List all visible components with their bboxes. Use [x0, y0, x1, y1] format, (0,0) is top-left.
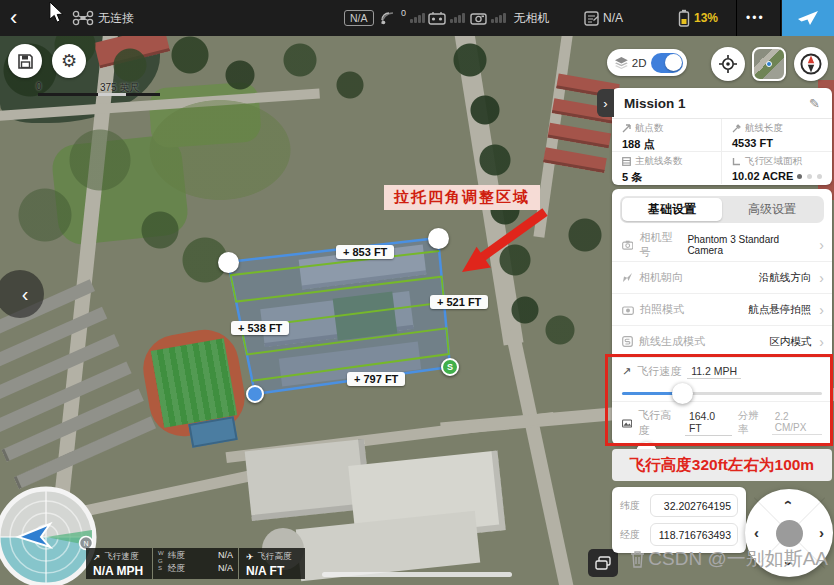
annotation-hint-label: 拉托四角调整区域 [384, 185, 540, 210]
tab-advanced-settings[interactable]: 高级设置 [722, 198, 822, 221]
panel-collapse-tab[interactable]: › [597, 89, 614, 117]
polygon-handle-topleft[interactable] [218, 252, 239, 273]
mission-title: Mission 1 [624, 96, 686, 111]
grid-lines-icon [622, 157, 631, 166]
polygon-handle-bottomleft[interactable] [246, 385, 264, 403]
longitude-row: 经度 118.716763493 [612, 520, 746, 549]
waypoint-icon [622, 124, 631, 133]
annotation-red-rectangle [605, 354, 833, 446]
setting-camera-model[interactable]: 相机型号 Phantom 3 Standard Camera › [612, 229, 832, 261]
stat-area: 飞行区域面积 10.02 ACRE [722, 152, 832, 184]
watermark: CSDN @一别如斯AA [630, 546, 828, 572]
camera-status-icon [470, 12, 487, 25]
battery-percent: 13% [694, 11, 718, 25]
edge-length-left: + 538 FT [231, 321, 289, 335]
drone-icon [72, 10, 94, 26]
edge-length-top: + 853 FT [336, 245, 394, 259]
altitude-telemetry-icon: ✈ [246, 552, 254, 562]
polygon-handle-topright[interactable] [428, 228, 449, 249]
polygon-start-marker[interactable]: S [441, 358, 459, 376]
latitude-input[interactable]: 32.202764195 [650, 494, 738, 517]
area-ruler-icon [732, 157, 741, 166]
remote-controller-icon [428, 11, 446, 25]
home-indicator [322, 572, 512, 577]
annotation-arrow [481, 212, 545, 258]
edge-length-bottom: + 797 FT [347, 372, 405, 386]
toggle-knob [665, 54, 682, 71]
start-marker-letter: S [447, 362, 453, 372]
back-button[interactable]: ‹ [10, 0, 17, 36]
battery-status: 13% [678, 0, 718, 36]
gps-status: 0 [380, 0, 425, 36]
scale-bar [98, 93, 126, 96]
layers-stack-icon [595, 556, 611, 570]
edit-mission-icon[interactable]: ✎ [809, 96, 820, 111]
tab-basic-settings[interactable]: 基础设置 [622, 198, 722, 221]
app-screen: S + 853 FT + 521 FT + 538 FT + 797 FT 拉托… [0, 0, 834, 585]
stat-route-length: 航线长度 4533 FT [722, 119, 832, 152]
checklist-icon [584, 10, 599, 26]
compass-icon [798, 51, 824, 77]
more-menu-button[interactable]: ••• [746, 0, 765, 36]
latitude-row: 纬度 32.202764195 [612, 491, 746, 520]
datum-label: WGS [158, 550, 164, 577]
layers-icon [615, 57, 628, 69]
checklist-value: N/A [603, 11, 623, 25]
telemetry-altitude: ✈飞行高度 N/A FT [239, 548, 305, 579]
gear-icon: ⚙ [61, 50, 77, 72]
heading-icon [622, 272, 633, 283]
settings-button[interactable]: ⚙ [52, 44, 86, 78]
latitude-label: 纬度 [620, 499, 644, 513]
longitude-input[interactable]: 118.716763493 [650, 523, 738, 546]
trash-icon [630, 550, 645, 568]
camera-status-label: 无相机 [514, 10, 550, 27]
dpad-left-button[interactable]: ‹ [754, 524, 759, 541]
dpad-center-button[interactable] [776, 520, 803, 547]
camera-icon [622, 240, 633, 250]
crosshair-icon [719, 55, 737, 73]
camera-signal-bars [491, 13, 506, 23]
takeoff-plane-icon [797, 9, 819, 27]
chevron-right-icon: › [603, 96, 607, 111]
pagination-dots[interactable] [797, 174, 822, 179]
satellite-icon [380, 11, 397, 26]
rc-signal-bars [450, 13, 465, 23]
locate-me-button[interactable] [711, 47, 745, 81]
map-mode-pill: 2D [607, 49, 687, 76]
setting-route-mode[interactable]: 航线生成模式 区内模式 › [612, 325, 832, 357]
photo-mode-icon [622, 305, 634, 315]
compass-north-letter: N [83, 540, 88, 547]
dpad-right-button[interactable]: › [819, 524, 824, 541]
checklist-status[interactable]: N/A [584, 0, 623, 36]
attitude-compass: N [0, 483, 100, 585]
view-toggle-switch[interactable] [651, 53, 684, 73]
chevron-right-icon: › [819, 303, 824, 317]
settings-tabs: 基础设置 高级设置 [620, 196, 824, 223]
takeoff-button[interactable] [782, 0, 834, 36]
edge-length-right: + 521 FT [430, 295, 488, 309]
stat-waypoints: 航点数 188 点 [612, 119, 722, 152]
save-icon [17, 53, 34, 70]
scale-start-label: 0 [36, 81, 42, 92]
minimap-button[interactable] [752, 47, 786, 81]
annotation-note: 飞行高度320ft左右为100m [612, 449, 832, 481]
camera-status: 无相机 [470, 0, 550, 36]
route-mode-icon [622, 336, 633, 347]
battery-icon [678, 9, 690, 27]
gps-count: 0 [401, 8, 406, 18]
compass-reset-button[interactable] [794, 47, 828, 81]
screenshot-thumbnail-button[interactable] [588, 549, 618, 577]
save-mission-button[interactable] [8, 44, 42, 78]
dpad-up-button[interactable]: ‹ [781, 500, 798, 505]
longitude-label: 经度 [620, 528, 644, 542]
telemetry-speed: ↗飞行速度 N/A MPH [86, 548, 152, 579]
setting-camera-heading[interactable]: 相机朝向 沿航线方向 › [612, 261, 832, 293]
stat-main-lines: 主航线条数 5 条 [612, 152, 722, 184]
speed-telemetry-icon: ↗ [93, 552, 101, 562]
flight-mode-badge: N/A [344, 0, 374, 36]
chevron-right-icon: › [819, 335, 824, 349]
connection-status-label: 无连接 [98, 10, 134, 27]
coordinates-card: 纬度 32.202764195 经度 118.716763493 [612, 487, 746, 553]
setting-photo-mode[interactable]: 拍照模式 航点悬停拍照 › [612, 293, 832, 325]
mouse-cursor [48, 2, 64, 24]
